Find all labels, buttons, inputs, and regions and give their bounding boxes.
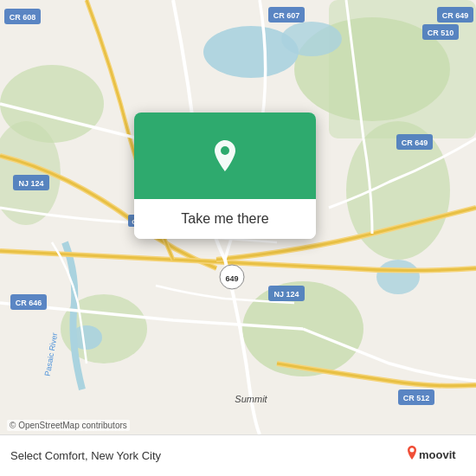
svg-text:CR 649: CR 649 [442,11,469,20]
copyright-notice: © OpenStreetMap contributors [7,420,130,431]
popup-header [134,113,316,199]
bottom-bar: Select Comfort, New York City moovit [0,434,476,476]
svg-point-10 [376,260,420,294]
location-pin-icon [206,137,244,175]
svg-text:CR 649: CR 649 [402,138,428,147]
svg-text:moovit: moovit [419,448,456,461]
location-full-label: Select Comfort, New York City [10,449,161,462]
svg-text:CR 510: CR 510 [428,29,454,37]
map-container: CR 608 CR 607 CR 510 CR 649 NJ 124 CR 64… [0,0,476,476]
svg-text:CR 608: CR 608 [10,13,36,22]
take-me-there-button[interactable]: Take me there [134,199,316,239]
moovit-logo: moovit [405,444,466,468]
bottom-left: Select Comfort, New York City [10,449,161,462]
svg-text:CR 512: CR 512 [403,394,430,402]
svg-text:Summit: Summit [235,394,267,404]
svg-point-9 [281,22,342,56]
svg-text:CR 607: CR 607 [273,11,300,20]
svg-point-37 [410,447,415,452]
moovit-logo-svg: moovit [405,444,466,468]
svg-text:649: 649 [225,274,238,283]
copyright-text: © OpenStreetMap contributors [10,421,127,430]
svg-text:NJ 124: NJ 124 [273,290,299,299]
location-popup: Take me there [134,113,316,239]
svg-text:CR 646: CR 646 [16,299,42,307]
svg-point-36 [221,146,229,155]
svg-text:NJ 124: NJ 124 [18,179,43,188]
